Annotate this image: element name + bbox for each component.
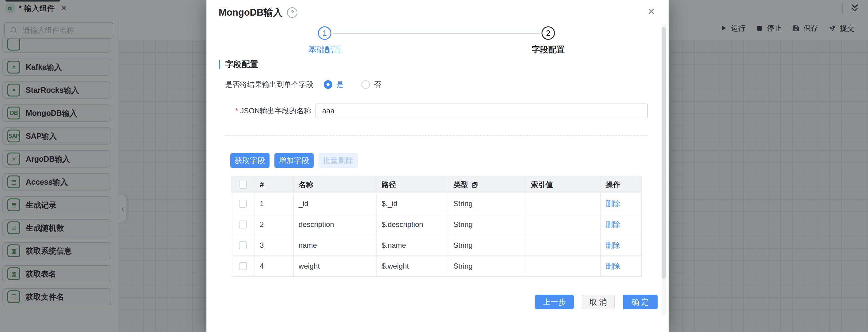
cell-num: 4 [255,256,294,276]
single-field-radio-group: 是否将结果输出到单个字段 是 否 [225,79,399,90]
prev-step-button[interactable]: 上一步 [535,295,574,309]
fetch-fields-button[interactable]: 获取字段 [230,153,270,168]
section-title: 字段配置 [225,59,258,70]
section-accent-bar [219,60,220,69]
table-row: 4 weight $.weight String 删除 [231,256,641,276]
header-index-value: 索引值 [526,176,600,193]
row-checkbox[interactable] [239,200,247,208]
header-action: 操作 [600,176,641,193]
cell-path[interactable]: $.description [377,214,449,235]
cell-type[interactable]: String [448,235,526,255]
cell-num: 1 [255,193,294,214]
delete-link[interactable]: 删除 [606,199,620,209]
cell-index-value[interactable] [526,214,600,235]
field-actions: 获取字段 增加字段 批量删除 [230,153,358,168]
cell-index-value[interactable] [526,256,600,276]
row-checkbox[interactable] [239,220,247,229]
cell-num: 3 [255,235,294,255]
delete-link[interactable]: 删除 [606,261,620,271]
stepper: 1 2 基础配置 字段配置 [207,26,669,60]
cell-name[interactable]: _id [294,193,377,214]
apply-to-all-icon[interactable] [471,181,478,188]
radio-group-label: 是否将结果输出到单个字段 [225,80,313,89]
table-row: 3 name $.name String 删除 [231,235,641,256]
add-field-button[interactable]: 增加字段 [274,153,314,168]
mongodb-input-modal: MongoDB输入 ? ✕ 1 2 基础配置 字段配置 字段配置 是否将结果输出… [207,0,669,332]
fields-table: # 名称 路径 类型 索引值 操作 1 _id $._id [231,176,642,277]
delete-link[interactable]: 删除 [606,240,620,250]
radio-option-yes[interactable]: 是 [324,80,344,89]
radio-unselected-icon[interactable] [362,80,370,89]
section-header: 字段配置 [219,59,258,70]
radio-selected-icon[interactable] [324,80,332,89]
table-row: 1 _id $._id String 删除 [231,193,641,214]
modal-close-icon[interactable]: ✕ [648,6,655,17]
modal-header: MongoDB输入 ? [219,6,298,19]
step-1-circle[interactable]: 1 [318,26,331,40]
modal-title: MongoDB输入 [219,6,282,19]
cell-type[interactable]: String [448,214,526,235]
header-name: 名称 [294,176,377,193]
cell-name[interactable]: description [294,214,377,235]
row-checkbox[interactable] [239,241,247,249]
cell-type[interactable]: String [448,256,526,276]
cancel-button[interactable]: 取 消 [582,295,615,309]
dashed-divider [225,135,648,136]
select-all-checkbox[interactable] [239,181,247,189]
json-field-row: * JSON输出字段的名称 [207,103,669,118]
json-field-label: * JSON输出字段的名称 [235,103,311,118]
step-1-label[interactable]: 基础配置 [288,44,362,55]
row-checkbox[interactable] [239,262,247,270]
table-row: 2 description $.description String 删除 [231,214,641,235]
header-type: 类型 [448,176,526,193]
batch-delete-button[interactable]: 批量删除 [318,153,358,168]
cell-path[interactable]: $.weight [377,256,449,276]
cell-path[interactable]: $.name [377,235,449,255]
required-mark: * [235,107,238,115]
header-path: 路径 [377,176,449,193]
cell-index-value[interactable] [526,193,600,214]
radio-option-no[interactable]: 否 [362,80,381,89]
table-body: 1 _id $._id String 删除 2 description $.de… [231,193,641,276]
header-checkbox-cell [231,176,255,193]
cell-index-value[interactable] [526,235,600,255]
confirm-button[interactable]: 确 定 [623,295,658,309]
delete-link[interactable]: 删除 [606,220,620,230]
json-field-input[interactable] [315,103,648,118]
modal-scrollbar-thumb[interactable] [661,27,666,279]
cell-name[interactable]: name [294,235,377,255]
cell-name[interactable]: weight [294,256,377,276]
table-header-row: # 名称 路径 类型 索引值 操作 [231,176,641,193]
cell-type[interactable]: String [448,193,526,214]
step-2-label: 字段配置 [512,44,585,55]
modal-footer: 上一步 取 消 确 定 [535,295,658,309]
header-num: # [255,176,294,193]
cell-path[interactable]: $._id [377,193,449,214]
cell-num: 2 [255,214,294,235]
step-2-circle[interactable]: 2 [541,26,555,40]
step-connector [333,33,540,34]
help-icon[interactable]: ? [287,7,298,18]
